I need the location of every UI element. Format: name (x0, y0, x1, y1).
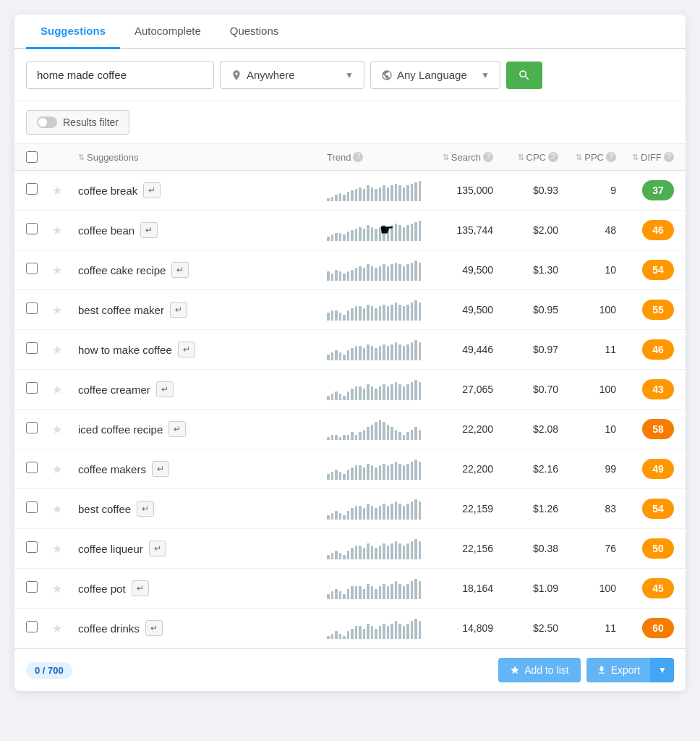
row-checkbox-cell (26, 302, 52, 317)
row-checkbox[interactable] (26, 621, 38, 632)
row-star-icon[interactable]: ★ (52, 264, 62, 276)
row-ppc: 100 (558, 384, 616, 395)
sort-cpc-icon: ⇅ (518, 153, 524, 162)
row-star-icon[interactable]: ★ (52, 224, 62, 237)
trend-bars (327, 577, 421, 599)
keyword-text: coffee break (78, 185, 137, 197)
export-dropdown-button[interactable]: ▼ (651, 658, 674, 682)
diff-badge: 37 (642, 180, 674, 200)
language-select[interactable]: Any Language ▼ (370, 61, 500, 89)
row-trend (327, 538, 421, 559)
tab-autocomplete[interactable]: Autocomplete (120, 14, 215, 49)
row-keyword: coffee cake recipe ↵ (78, 262, 327, 278)
ppc-info-icon[interactable]: ? (606, 152, 616, 162)
th-search[interactable]: ⇅ Search ? (421, 152, 493, 163)
row-diff-cell: 37 (616, 180, 674, 200)
row-checkbox[interactable] (26, 183, 38, 195)
table-row: ★ how to make coffee ↵ 49,446 $0.97 11 4… (14, 330, 686, 370)
keyword-arrow-button[interactable]: ↵ (137, 501, 154, 517)
row-checkbox[interactable] (26, 422, 38, 433)
th-trend[interactable]: Trend ? (327, 152, 421, 163)
th-ppc[interactable]: ⇅ PPC ? (558, 152, 616, 163)
row-trend (327, 498, 421, 520)
search-input[interactable] (26, 61, 214, 89)
row-checkbox-cell (26, 581, 52, 596)
row-diff-cell: 45 (616, 578, 674, 598)
diff-info-icon[interactable]: ? (664, 152, 674, 162)
sort-suggestions-icon: ⇅ (78, 153, 85, 162)
row-ppc: 11 (558, 622, 616, 634)
keyword-arrow-button[interactable]: ↵ (178, 342, 195, 357)
add-to-list-label: Add to list (524, 664, 568, 676)
cpc-info-icon[interactable]: ? (548, 152, 558, 162)
row-search-vol: 49,446 (421, 344, 493, 355)
row-star-icon[interactable]: ★ (52, 304, 62, 316)
table-body: ★ coffee break ↵ 135,000 $0.93 9 37 ★ co… (14, 171, 686, 648)
th-cpc[interactable]: ⇅ CPC ? (493, 152, 558, 163)
diff-badge: 46 (642, 220, 674, 240)
keyword-arrow-button[interactable]: ↵ (145, 620, 163, 636)
row-search-vol: 27,065 (421, 384, 493, 395)
table-row: ★ best coffee maker ↵ 49,500 $0.95 100 5… (14, 290, 686, 330)
row-keyword: best coffee ↵ (78, 501, 327, 517)
keyword-arrow-button[interactable]: ↵ (149, 541, 166, 556)
location-icon (231, 69, 242, 81)
keyword-arrow-button[interactable]: ↵ (132, 580, 149, 596)
row-checkbox[interactable] (26, 342, 38, 354)
export-button[interactable]: Export (586, 658, 651, 682)
tab-questions[interactable]: Questions (215, 14, 294, 49)
search-bar: Anywhere ▼ Any Language ▼ (14, 49, 686, 101)
row-star-icon[interactable]: ★ (52, 543, 62, 555)
row-star-icon[interactable]: ★ (52, 344, 62, 356)
add-to-list-button[interactable]: Add to list (498, 658, 580, 682)
location-select[interactable]: Anywhere ▼ (220, 61, 364, 89)
row-star-icon[interactable]: ★ (52, 463, 62, 475)
select-all-checkbox[interactable] (26, 151, 38, 163)
row-star-icon[interactable]: ★ (52, 384, 62, 396)
row-star-icon[interactable]: ★ (52, 423, 62, 436)
row-checkbox[interactable] (26, 263, 38, 274)
row-trend (327, 339, 421, 360)
row-keyword: coffee creamer ↵ (78, 381, 327, 397)
table-row: ★ best coffee ↵ 22,159 $1.26 83 54 (14, 489, 686, 529)
search-button[interactable] (506, 62, 542, 89)
row-checkbox[interactable] (26, 581, 38, 593)
language-arrow: ▼ (481, 70, 490, 80)
row-checkbox[interactable] (26, 223, 38, 234)
row-star-icon[interactable]: ★ (52, 503, 62, 515)
tab-suggestions[interactable]: Suggestions (26, 14, 120, 49)
diff-badge: 50 (642, 538, 674, 559)
row-star-icon[interactable]: ★ (52, 583, 62, 595)
keyword-arrow-button[interactable]: ↵ (170, 302, 187, 318)
row-star-cell: ★ (52, 224, 78, 237)
keyword-arrow-button[interactable]: ↵ (140, 222, 158, 238)
row-ppc: 99 (558, 463, 616, 475)
th-suggestions[interactable]: ⇅ Suggestions (78, 152, 327, 163)
keyword-arrow-button[interactable]: ↵ (171, 262, 189, 278)
row-star-icon[interactable]: ★ (52, 622, 62, 635)
keyword-arrow-button[interactable]: ↵ (168, 421, 186, 437)
row-trend (327, 458, 421, 480)
search-info-icon[interactable]: ? (483, 152, 493, 162)
row-checkbox[interactable] (26, 302, 38, 314)
row-star-cell: ★ (52, 303, 78, 317)
row-trend (327, 577, 421, 599)
diff-badge: 46 (642, 339, 674, 360)
row-checkbox[interactable] (26, 462, 38, 473)
trend-info-icon[interactable]: ? (353, 152, 363, 162)
diff-badge: 55 (642, 300, 674, 320)
keyword-arrow-button[interactable]: ↵ (152, 461, 169, 477)
row-star-icon[interactable]: ★ (52, 185, 62, 197)
row-keyword: coffee liqueur ↵ (78, 541, 327, 556)
th-checkbox (26, 151, 52, 163)
row-checkbox[interactable] (26, 501, 38, 513)
keyword-arrow-button[interactable]: ↵ (156, 381, 174, 397)
keyword-arrow-button[interactable]: ↵ (143, 182, 161, 198)
row-checkbox[interactable] (26, 382, 38, 394)
language-icon (381, 69, 393, 81)
row-checkbox[interactable] (26, 541, 38, 553)
filter-button[interactable]: Results filter (26, 110, 129, 135)
th-diff[interactable]: ⇅ DIFF ? (616, 152, 674, 163)
row-checkbox-cell (26, 501, 52, 516)
row-ppc: 11 (558, 344, 616, 355)
